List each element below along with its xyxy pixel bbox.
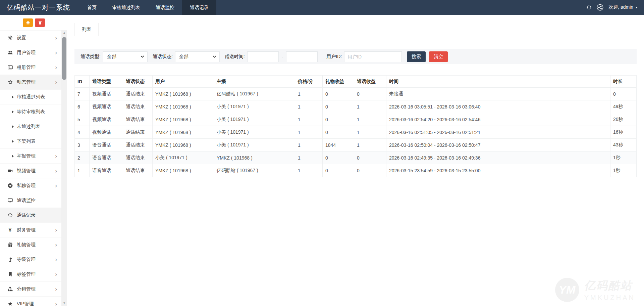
sidebar-item[interactable]: 分销管理› <box>0 281 61 296</box>
nav-item[interactable]: 通话记录 <box>182 0 216 15</box>
image-icon <box>7 65 13 70</box>
user-menu[interactable]: 欢迎, admin ▼ <box>608 4 638 10</box>
chevron-right-icon: › <box>55 301 57 306</box>
table-cell: 0 <box>354 88 386 100</box>
chevron-right-icon: › <box>55 257 57 263</box>
column-header: 礼物收益 <box>323 76 354 88</box>
sidebar-item[interactable]: 礼物管理› <box>0 237 61 252</box>
table-row: 3语音通话通话结束YMKZ ( 101968 )小美 ( 101971 )118… <box>75 139 637 151</box>
watermark-cn-text: 亿码酷站 <box>584 278 635 293</box>
sidebar-item[interactable]: 标签管理› <box>0 267 61 281</box>
table-cell: 1 <box>75 164 90 177</box>
table-cell: 0 <box>323 113 354 126</box>
table-cell: 0 <box>323 100 354 113</box>
sidebar-item[interactable]: 视频管理› <box>0 163 61 178</box>
column-header: 时长 <box>610 76 637 88</box>
home-button[interactable] <box>23 18 33 27</box>
scroll-up-icon[interactable]: ▲ <box>61 30 67 36</box>
chevron-right-icon: › <box>55 227 57 233</box>
bookmark-icon <box>7 272 13 277</box>
main-nav: 首页审核通过列表通话监控通话记录 <box>79 0 216 15</box>
star-outline-icon <box>7 80 13 85</box>
table-row: 4视频通话通话结束YMKZ ( 101968 )小美 ( 101971 )101… <box>75 126 637 139</box>
column-header: 通话收益 <box>354 76 386 88</box>
table-cell: YMKZ ( 101968 ) <box>153 100 214 113</box>
sidebar-item[interactable]: 通话监控 <box>0 193 61 208</box>
triangle-bullet-icon <box>12 125 14 128</box>
sidebar-item[interactable]: 设置› <box>0 30 61 45</box>
top-navbar: 亿码酷站一对一系统 首页审核通过列表通话监控通话记录 欢迎, admin ▼ <box>0 0 644 15</box>
scroll-down-icon[interactable]: ▼ <box>61 301 67 306</box>
sidebar-item[interactable]: 通话记录 <box>0 208 61 222</box>
navbar-right: 欢迎, admin ▼ <box>586 0 644 15</box>
table-cell: 语音通话 <box>90 151 123 164</box>
column-header: 通话类型 <box>90 76 123 88</box>
table-cell: 小美 ( 101971 ) <box>214 126 295 139</box>
table-cell: 视频通话 <box>90 113 123 126</box>
table-cell: 小美 ( 101971 ) <box>214 139 295 151</box>
table-cell: 视频通话 <box>90 126 123 139</box>
table-cell: 小美 ( 101971 ) <box>214 100 295 113</box>
call-type-selected-value: 全部 <box>107 54 116 60</box>
table-cell: 2026-03-15 23:54:59 - 2026-03-15 23:55:0… <box>386 164 610 177</box>
table-cell: 1844 <box>323 139 354 151</box>
sidebar-item[interactable]: 等级管理› <box>0 252 61 267</box>
table-cell: 6 <box>75 100 90 113</box>
sidebar-subitem[interactable]: 下架列表 <box>0 134 61 148</box>
sidebar-subitem[interactable]: 举报管理› <box>0 148 61 163</box>
sidebar-item-label: 下架列表 <box>17 138 57 144</box>
sidebar-subitem[interactable]: 审核通过列表 <box>0 89 61 104</box>
sidebar: 设置›用户管理›相册管理›动态管理›审核通过列表等待审核列表未通过列表下架列表举… <box>0 15 67 306</box>
sidebar-item-label: 分销管理 <box>17 286 55 292</box>
chevron-right-icon: › <box>55 242 57 248</box>
nav-item[interactable]: 首页 <box>79 0 104 15</box>
refresh-icon[interactable] <box>586 5 592 10</box>
table-row: 1语音通话通话结束YMKZ ( 101968 )亿码酷站 ( 101967 )1… <box>75 164 637 177</box>
column-header: 用户 <box>153 76 214 88</box>
users-icon <box>7 50 13 55</box>
tab-list[interactable]: 列表 <box>74 23 99 36</box>
clear-cache-button[interactable] <box>35 18 45 27</box>
sidebar-item[interactable]: 动态管理› <box>0 75 61 89</box>
sidebar-item[interactable]: 用户管理› <box>0 45 61 60</box>
sidebar-subitem[interactable]: 未通过列表 <box>0 119 61 134</box>
call-records-table: ID通话类型通话状态用户主播价格/分礼物收益通话收益时间时长 7视频通话通话结束… <box>74 75 637 177</box>
sidebar-item-label: 未通过列表 <box>17 124 57 130</box>
sidebar-item[interactable]: 相册管理› <box>0 60 61 75</box>
nav-item[interactable]: 审核通过列表 <box>104 0 148 15</box>
call-status-select[interactable]: 全部 <box>175 51 220 62</box>
table-cell: 通话结束 <box>123 113 153 126</box>
chevron-right-icon: › <box>55 64 57 71</box>
table-row: 2语音通话通话结束小美 ( 101971 )YMKZ ( 101968 )100… <box>75 151 637 164</box>
table-cell: 小美 ( 101971 ) <box>153 151 214 164</box>
search-button[interactable]: 搜索 <box>407 51 426 62</box>
sidebar-subitem[interactable]: 等待审核列表 <box>0 104 61 119</box>
clear-button[interactable]: 清空 <box>429 51 448 62</box>
level-up-icon <box>7 257 13 262</box>
call-type-select[interactable]: 全部 <box>103 51 148 62</box>
triangle-bullet-icon <box>12 111 14 113</box>
gift-time-start-input[interactable] <box>247 51 279 62</box>
table-cell: 1 <box>295 164 323 177</box>
sidebar-item[interactable]: VIP管理› <box>0 296 61 306</box>
nav-item[interactable]: 通话监控 <box>148 0 182 15</box>
table-cell: 2026-03-16 02:50:04 - 2026-03-16 02:50:4… <box>386 139 610 151</box>
table-cell: 通话结束 <box>123 139 153 151</box>
main-content: 列表 通话类型: 全部 通话状态: 全部 赠送时间: - 用户ID: 搜索 清空… <box>67 15 644 306</box>
sidebar-item-label: 设置 <box>17 35 55 41</box>
table-cell: 亿码酷站 ( 101967 ) <box>214 164 295 177</box>
table-row: 7视频通话通话结束YMKZ ( 101968 )亿码酷站 ( 101967 )1… <box>75 88 637 100</box>
table-cell: 43秒 <box>610 139 637 151</box>
sidebar-item-label: 审核通过列表 <box>17 94 57 100</box>
sidebar-item[interactable]: ¥财务管理› <box>0 222 61 237</box>
user-id-input[interactable] <box>344 51 402 62</box>
sidebar-item-label: 通话记录 <box>17 212 57 218</box>
table-header-row: ID通话类型通话状态用户主播价格/分礼物收益通话收益时间时长 <box>75 76 637 88</box>
sidebar-scrollbar[interactable]: ▲ ▼ <box>61 30 67 306</box>
table-cell: 小美 ( 101971 ) <box>214 113 295 126</box>
avatar-icon[interactable] <box>597 4 603 11</box>
scrollbar-thumb[interactable] <box>62 37 66 80</box>
gift-time-end-input[interactable] <box>286 51 318 62</box>
filter-bar: 通话类型: 全部 通话状态: 全部 赠送时间: - 用户ID: 搜索 清空 <box>74 49 637 64</box>
sidebar-item[interactable]: 私聊管理› <box>0 178 61 193</box>
